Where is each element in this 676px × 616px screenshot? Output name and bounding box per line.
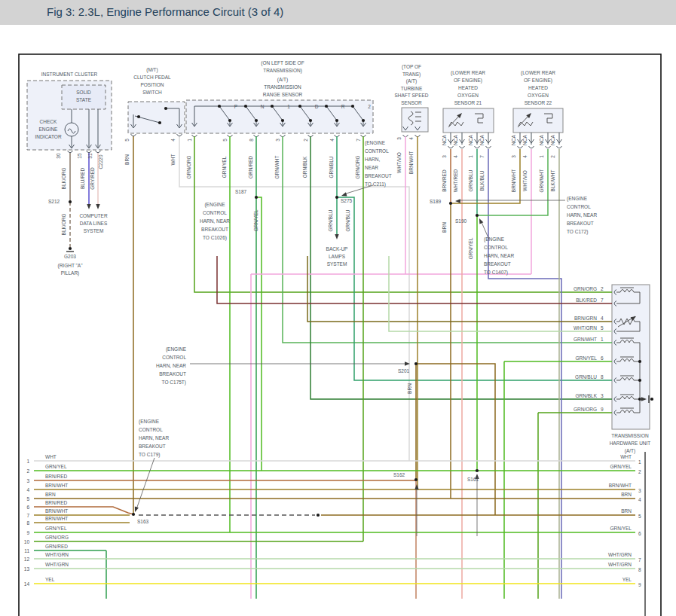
right-row-number: 8 (638, 566, 641, 574)
hw-pin-wire: GRN/ORG (547, 285, 597, 293)
wires (34, 136, 635, 599)
splice-s163-label: S163 (137, 518, 148, 526)
wire-label: GRN/WHT (274, 155, 280, 178)
left-row-number: 13 (20, 566, 29, 572)
left-row-number: 5 (20, 496, 29, 502)
wire-label: BRN (442, 222, 447, 233)
oxygen-sensor-22-title: (LOWER REAR OF ENGINE) HEATED OXYGEN SEN… (511, 69, 565, 107)
left-row-wire: YEL (45, 576, 54, 584)
wire-label: GRN/BLU (328, 209, 333, 231)
trs-pin-label: 2 (303, 139, 308, 142)
hw-pin-number: 8 (601, 374, 604, 381)
right-row-number: 2 (638, 468, 641, 476)
wire-label: GRN/YEL (468, 237, 473, 259)
left-row-wire: GRN/RED (45, 543, 68, 550)
wire-label: WHT/RED (453, 169, 458, 193)
right-row-number: 5 (638, 513, 641, 520)
right-row-number: 4 (638, 496, 641, 504)
left-row-number: 10 (20, 539, 29, 544)
wire-label: BRN (124, 154, 130, 165)
left-row-number: 6 (20, 505, 29, 510)
transmission-range-sensor-box (186, 100, 373, 137)
right-row-number: 7 (638, 557, 641, 564)
o21-pin-label: 4 (453, 155, 458, 158)
wire-label: GRY/RED (90, 167, 95, 190)
tss-pin-label: 4 (408, 137, 414, 140)
o21-pin-label: 3 (442, 155, 447, 158)
gear-label: P (234, 104, 237, 109)
left-row-number: 14 (20, 581, 29, 587)
right-row-number: 3 (638, 487, 641, 495)
trs-pin-label: 8 (249, 139, 254, 142)
wire-label: GRN/BLK (302, 156, 307, 178)
left-row-wire: GRN/ORG (45, 534, 69, 541)
transmission-hardware-unit-box (612, 285, 653, 429)
left-row-number: 4 (20, 487, 29, 492)
hw-pin-wire: WHT/GRN (547, 325, 597, 332)
nca-label: NCA (522, 134, 528, 145)
hw-pin-wire: GRN/BLK (547, 392, 597, 400)
wire-label: WHT (170, 154, 176, 166)
right-row-wire: GRN/YEL (571, 463, 632, 471)
o21-pin-label: 7 (479, 155, 485, 158)
range-sensor-title: (A/T) TRANSMISSION RANGE SENSOR (234, 76, 332, 99)
wire-label: GRN/BLU (345, 209, 350, 231)
note-c172: (ENGINE CONTROL HARN, NEAR BREAKOUT TO C… (567, 194, 610, 236)
gear-label: 1 (287, 104, 290, 109)
ic-pin-label: 30 (56, 153, 61, 159)
wire-label: BRN/RED (442, 169, 447, 192)
ic-pin-label: 31 (87, 153, 93, 159)
hw-pin-wire: GRN/ORG (547, 406, 597, 413)
splice-s190-label: S190 (455, 218, 466, 225)
hw-pin-number: 1 (601, 336, 604, 343)
trs-pin-label: 4 (329, 139, 335, 142)
diagram-border (19, 54, 661, 616)
nca-label: NCA (511, 134, 516, 145)
nca-label: NCA (479, 134, 485, 145)
hw-pin-wire: GRN/BLU (547, 374, 597, 381)
backup-lamps-label: BACK-UP LAMPS SYSTEM (316, 245, 358, 268)
right-row-wire: WHT/GRN (571, 551, 632, 559)
splice-s212-label: S212 (48, 198, 60, 206)
left-row-number: 8 (20, 520, 29, 526)
wire-label: GRN/RED (248, 156, 253, 178)
instrument-cluster-title: INSTRUMENT CLUSTER (27, 71, 112, 78)
hw-pin-number: 4 (601, 315, 604, 322)
right-row-wire: BRN (571, 508, 632, 515)
left-row-wire: BRN (45, 491, 56, 499)
nca-label: NCA (550, 134, 555, 145)
splice-s201-label: S201 (398, 367, 409, 375)
wire-label: BLK/ORG (61, 168, 66, 190)
left-row-number: 11 (20, 548, 29, 553)
check-engine-indicator-label: CHECK ENGINE INDICATOR (29, 118, 68, 141)
oxygen-sensor-21-title: (LOWER REAR OF ENGINE) HEATED OXYGEN SEN… (441, 69, 495, 107)
o22-pin-label: 3 (511, 155, 516, 158)
left-row-number: 2 (20, 468, 29, 474)
right-row-wire: GRN/YEL (571, 525, 632, 532)
wire-label: GRN/BLU (329, 156, 334, 178)
left-row-number: 9 (20, 530, 29, 535)
splice-s161-label: S161 (467, 476, 479, 483)
wire-label: BRN/WHT (408, 151, 414, 174)
rotated-labels: 30 15 31 C2220 BLK/ORG BLU/RED GRY/RED B… (56, 104, 555, 394)
nca-label: NCA (539, 134, 544, 145)
note-c1407: (ENGINE CONTROL HARN, NEAR BREAKOUT TO C… (484, 235, 528, 276)
clutch-pedal-switch-title: (M/T) CLUTCH PEDAL POSITION SWITCH (119, 66, 185, 96)
o22-pin-label: 2 (550, 155, 555, 158)
trs-pin-label: 7 (356, 139, 361, 142)
hw-pin-wire: GRN/WHT (547, 336, 597, 343)
hw-pin-number: 6 (601, 355, 604, 362)
cpp-pin-label: 5 (124, 139, 130, 142)
wire-label: GRN/YEL (222, 156, 227, 178)
turbine-sensor-title: (TOP OF TRANS) (A/T) TURBINE SHAFT SPEED… (388, 63, 435, 106)
wiring-diagram-page: Fig 3: 2.3L, Engine Performance Circuit … (0, 0, 676, 616)
hw-pin-wire: BRN/GRN (547, 315, 597, 322)
hw-pin-wire: GRN/YEL (547, 355, 597, 362)
wire-label: WHT/VIO (522, 170, 528, 191)
hardware-unit-title: TRANSMISSION HARDWARE UNIT (A/T) (603, 432, 657, 455)
hw-pin-number: 2 (601, 285, 604, 293)
right-row-wire: BRN (571, 491, 632, 499)
o21-pin-label: 1 (468, 155, 473, 158)
left-row-number: 3 (20, 478, 29, 483)
gear-label: D (315, 104, 319, 109)
